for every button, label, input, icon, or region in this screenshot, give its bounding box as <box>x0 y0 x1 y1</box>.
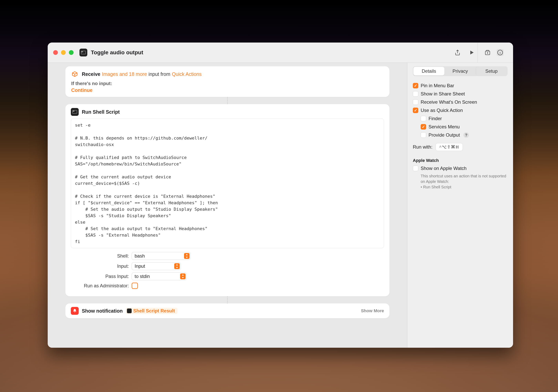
apple-watch-checkbox[interactable] <box>413 166 418 171</box>
sidebar-tabs: Details Privacy Setup <box>413 66 508 76</box>
apple-watch-note: This shortcut uses an action that is not… <box>421 173 508 190</box>
on-screen-label: Receive What's On Screen <box>421 99 477 105</box>
notification-variable-token[interactable]: Shell Script Result <box>126 308 178 314</box>
stepper-icon <box>180 273 186 279</box>
terminal-icon <box>71 108 79 116</box>
shell-label: Shell: <box>71 253 129 259</box>
terminal-mini-icon <box>127 309 132 313</box>
admin-label: Run as Administrator: <box>71 283 129 289</box>
share-sheet-label: Show in Share Sheet <box>421 91 465 97</box>
minimize-window-button[interactable] <box>61 50 66 55</box>
toolbar-divider <box>478 42 478 63</box>
connector <box>65 296 390 303</box>
no-input-label: If there's no input: <box>71 81 384 86</box>
input-select[interactable]: Input <box>132 262 181 270</box>
shell-script-input[interactable]: set -e # N.B. this depends on https://gi… <box>71 119 384 248</box>
input-label: Input: <box>71 263 129 269</box>
keyboard-shortcut-field[interactable]: ^⌥⇧⌘H <box>436 143 463 151</box>
receive-input-action[interactable]: Receive Images and 18 more input from Qu… <box>65 66 390 97</box>
library-button[interactable] <box>484 49 491 56</box>
receive-source-token[interactable]: Quick Actions <box>172 71 201 77</box>
receive-icon <box>71 70 79 78</box>
pin-menu-bar-checkbox[interactable] <box>413 83 418 88</box>
quick-action-label: Use as Quick Action <box>421 108 463 113</box>
shortcut-icon <box>79 49 87 57</box>
show-notification-action[interactable]: Show notification Shell Script Result Sh… <box>65 303 390 318</box>
pass-input-label: Pass Input: <box>71 274 129 279</box>
share-button[interactable] <box>454 49 461 56</box>
receive-from-label: input from <box>148 71 170 77</box>
provide-output-checkbox[interactable] <box>421 132 426 138</box>
show-more-button[interactable]: Show More <box>361 308 384 313</box>
tab-details[interactable]: Details <box>413 67 445 75</box>
receive-types-token[interactable]: Images and 18 more <box>102 71 147 77</box>
inspector-sidebar: Details Privacy Setup Pin in Menu Bar Sh… <box>407 63 513 348</box>
share-sheet-checkbox[interactable] <box>413 91 418 97</box>
run-shell-script-action[interactable]: Run Shell Script set -e # N.B. this depe… <box>65 104 390 296</box>
sidebar-tools <box>480 49 508 56</box>
info-button[interactable] <box>497 49 504 56</box>
toolbar-actions <box>454 49 475 56</box>
window-controls <box>53 50 74 55</box>
shell-action-title: Run Shell Script <box>82 109 120 115</box>
services-menu-checkbox[interactable] <box>421 124 426 130</box>
workflow-canvas[interactable]: Receive Images and 18 more input from Qu… <box>48 63 407 348</box>
services-menu-label: Services Menu <box>428 124 460 130</box>
on-screen-checkbox[interactable] <box>413 99 418 105</box>
shell-select[interactable]: bash <box>132 252 191 260</box>
finder-label: Finder <box>428 116 442 121</box>
run-as-admin-checkbox[interactable] <box>132 283 138 289</box>
zoom-window-button[interactable] <box>69 50 74 55</box>
tab-setup[interactable]: Setup <box>476 67 507 75</box>
window-body: Receive Images and 18 more input from Qu… <box>48 63 513 348</box>
help-icon[interactable]: ? <box>463 132 469 138</box>
tab-privacy[interactable]: Privacy <box>445 67 476 75</box>
stepper-icon <box>184 253 190 259</box>
shell-options: Shell: bash Input: Input <box>71 252 384 289</box>
pass-input-select[interactable]: to stdin <box>132 272 187 280</box>
close-window-button[interactable] <box>53 50 58 55</box>
receive-label: Receive <box>82 71 100 77</box>
connector <box>65 97 390 104</box>
notification-title: Show notification <box>82 308 123 314</box>
bell-icon <box>71 307 79 315</box>
stepper-icon <box>174 263 180 269</box>
finder-checkbox[interactable] <box>421 116 426 121</box>
apple-watch-label: Show on Apple Watch <box>421 166 467 171</box>
shortcuts-window: Toggle audio output <box>48 42 513 348</box>
run-with-label: Run with: <box>413 144 432 150</box>
run-button[interactable] <box>468 49 475 56</box>
quick-action-checkbox[interactable] <box>413 108 418 113</box>
provide-output-label: Provide Output <box>428 132 460 138</box>
toolbar: Toggle audio output <box>48 42 513 63</box>
no-input-action-token[interactable]: Continue <box>71 87 92 93</box>
apple-watch-header: Apple Watch <box>413 158 508 163</box>
window-title: Toggle audio output <box>91 49 454 56</box>
pin-menu-bar-label: Pin in Menu Bar <box>421 83 454 88</box>
